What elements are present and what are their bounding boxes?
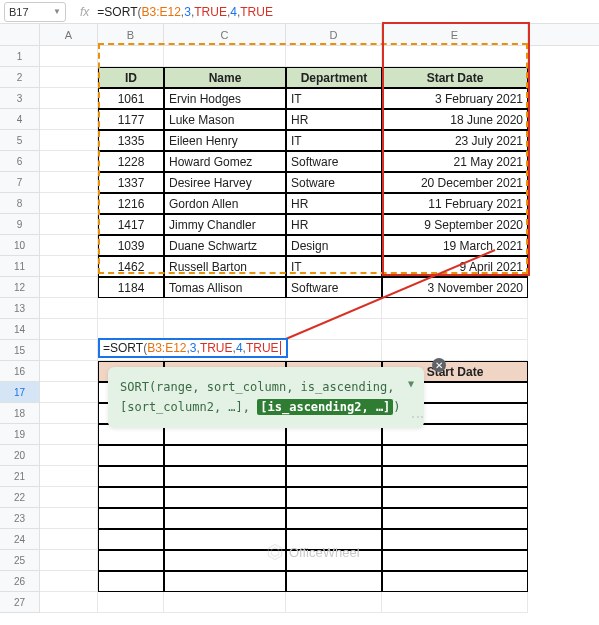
cell-E11[interactable]: 9 April 2021 <box>382 256 528 277</box>
row-header[interactable]: 15 <box>0 340 40 361</box>
cell-E13[interactable] <box>382 298 528 319</box>
row-header[interactable]: 1 <box>0 46 40 67</box>
cell-B21[interactable] <box>98 466 164 487</box>
cell-C3[interactable]: Ervin Hodges <box>164 88 286 109</box>
cell-C23[interactable] <box>164 508 286 529</box>
cell-B23[interactable] <box>98 508 164 529</box>
cell-D4[interactable]: HR <box>286 109 382 130</box>
drag-handle-icon[interactable]: ⋮ <box>408 411 428 422</box>
cell-E26[interactable] <box>382 571 528 592</box>
cell-B8[interactable]: 1216 <box>98 193 164 214</box>
cell-C13[interactable] <box>164 298 286 319</box>
cell-E12[interactable]: 3 November 2020 <box>382 277 528 298</box>
cell-D15[interactable] <box>286 340 382 361</box>
cell-C4[interactable]: Luke Mason <box>164 109 286 130</box>
cell-B26[interactable] <box>98 571 164 592</box>
cell-B1[interactable] <box>98 46 164 67</box>
cell-B27[interactable] <box>98 592 164 613</box>
cell-E6[interactable]: 21 May 2021 <box>382 151 528 172</box>
col-header-B[interactable]: B <box>98 24 164 45</box>
cell-B24[interactable] <box>98 529 164 550</box>
chevron-down-icon[interactable]: ▼ <box>408 375 414 392</box>
cell-E23[interactable] <box>382 508 528 529</box>
cell-B10[interactable]: 1039 <box>98 235 164 256</box>
cell-D2[interactable]: Department <box>286 67 382 88</box>
cell-B5[interactable]: 1335 <box>98 130 164 151</box>
col-header-A[interactable]: A <box>40 24 98 45</box>
cell-B20[interactable] <box>98 445 164 466</box>
cell-A17[interactable] <box>40 382 98 403</box>
cell-A10[interactable] <box>40 235 98 256</box>
cell-C7[interactable]: Desiree Harvey <box>164 172 286 193</box>
cell-C10[interactable]: Duane Schwartz <box>164 235 286 256</box>
cell-A15[interactable] <box>40 340 98 361</box>
row-header[interactable]: 12 <box>0 277 40 298</box>
cell-E25[interactable] <box>382 550 528 571</box>
cell-B22[interactable] <box>98 487 164 508</box>
cell-B6[interactable]: 1228 <box>98 151 164 172</box>
cell-D24[interactable] <box>286 529 382 550</box>
cell-A16[interactable] <box>40 361 98 382</box>
cell-D10[interactable]: Design <box>286 235 382 256</box>
cell-A26[interactable] <box>40 571 98 592</box>
row-header[interactable]: 27 <box>0 592 40 613</box>
name-box[interactable]: B17 ▼ <box>4 2 66 22</box>
cell-D23[interactable] <box>286 508 382 529</box>
cell-C25[interactable] <box>164 550 286 571</box>
cell-A14[interactable] <box>40 319 98 340</box>
cell-A5[interactable] <box>40 130 98 151</box>
cell-C27[interactable] <box>164 592 286 613</box>
cell-D3[interactable]: IT <box>286 88 382 109</box>
cell-A22[interactable] <box>40 487 98 508</box>
cell-B11[interactable]: 1462 <box>98 256 164 277</box>
cell-E3[interactable]: 3 February 2021 <box>382 88 528 109</box>
cell-A4[interactable] <box>40 109 98 130</box>
cell-E5[interactable]: 23 July 2021 <box>382 130 528 151</box>
row-header[interactable]: 9 <box>0 214 40 235</box>
cell-A27[interactable] <box>40 592 98 613</box>
cell-C9[interactable]: Jimmy Chandler <box>164 214 286 235</box>
cell-B12[interactable]: 1184 <box>98 277 164 298</box>
cell-A12[interactable] <box>40 277 98 298</box>
cell-D14[interactable] <box>286 319 382 340</box>
row-header[interactable]: 25 <box>0 550 40 571</box>
row-header[interactable]: 11 <box>0 256 40 277</box>
cell-A13[interactable] <box>40 298 98 319</box>
cell-D8[interactable]: HR <box>286 193 382 214</box>
col-header-C[interactable]: C <box>164 24 286 45</box>
cell-E24[interactable] <box>382 529 528 550</box>
error-icon[interactable]: ✕ <box>432 358 446 372</box>
cell-E7[interactable]: 20 December 2021 <box>382 172 528 193</box>
row-header[interactable]: 20 <box>0 445 40 466</box>
cell-E4[interactable]: 18 June 2020 <box>382 109 528 130</box>
cell-A20[interactable] <box>40 445 98 466</box>
cell-C21[interactable] <box>164 466 286 487</box>
row-header[interactable]: 17 <box>0 382 40 403</box>
chevron-down-icon[interactable]: ▼ <box>53 7 61 16</box>
row-header[interactable]: 4 <box>0 109 40 130</box>
cell-C5[interactable]: Eileen Henry <box>164 130 286 151</box>
cell-D21[interactable] <box>286 466 382 487</box>
cell-B13[interactable] <box>98 298 164 319</box>
cell-B4[interactable]: 1177 <box>98 109 164 130</box>
cell-A25[interactable] <box>40 550 98 571</box>
col-header-E[interactable]: E <box>382 24 528 45</box>
cell-A11[interactable] <box>40 256 98 277</box>
col-header-D[interactable]: D <box>286 24 382 45</box>
row-header[interactable]: 21 <box>0 466 40 487</box>
row-header[interactable]: 23 <box>0 508 40 529</box>
cell-C2[interactable]: Name <box>164 67 286 88</box>
cell-D1[interactable] <box>286 46 382 67</box>
row-header[interactable]: 19 <box>0 424 40 445</box>
cell-A1[interactable] <box>40 46 98 67</box>
row-header[interactable]: 16 <box>0 361 40 382</box>
cell-C14[interactable] <box>164 319 286 340</box>
row-header[interactable]: 3 <box>0 88 40 109</box>
cell-C8[interactable]: Gordon Allen <box>164 193 286 214</box>
cell-E2[interactable]: Start Date <box>382 67 528 88</box>
cell-E8[interactable]: 11 February 2021 <box>382 193 528 214</box>
cell-C26[interactable] <box>164 571 286 592</box>
cell-B14[interactable] <box>98 319 164 340</box>
cell-D25[interactable] <box>286 550 382 571</box>
cell-E22[interactable] <box>382 487 528 508</box>
